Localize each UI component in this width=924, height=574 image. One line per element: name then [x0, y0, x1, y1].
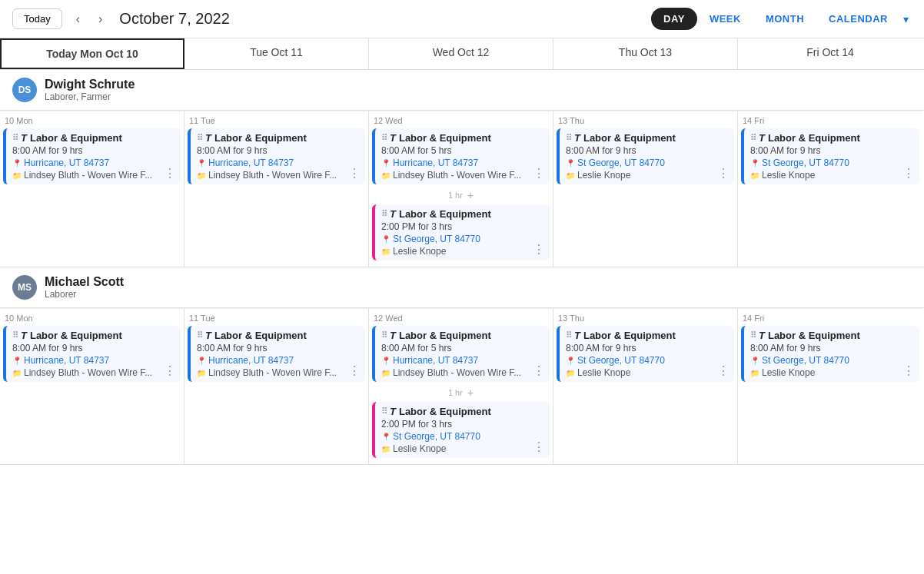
drag-icon: ⠿ — [750, 330, 756, 340]
event-project-1-4-0: 📁 Leslie Knope — [750, 367, 913, 378]
event-location-1-3-0[interactable]: 📍 St George, UT 84770 — [566, 355, 728, 366]
event-location-1-0-0[interactable]: 📍 Hurricane, UT 84737 — [12, 355, 174, 366]
location-text-0-2-0: Hurricane, UT 84737 — [393, 158, 478, 168]
more-button-0-1-0[interactable]: ⋮ — [347, 166, 362, 181]
event-location-0-1-0[interactable]: 📍 Hurricane, UT 84737 — [197, 158, 359, 168]
tab-calendar[interactable]: CALENDAR — [816, 8, 900, 30]
event-project-1-1-0: 📁 Lindsey Bluth - Woven Wire F... — [197, 367, 359, 378]
next-nav-button[interactable]: › — [94, 9, 107, 29]
tab-week[interactable]: WEEK — [697, 8, 753, 30]
event-location-1-1-0[interactable]: 📍 Hurricane, UT 84737 — [197, 355, 359, 366]
event-card-0-3-0[interactable]: ⠿ T Labor & Equipment 8:00 AM for 9 hrs … — [557, 128, 734, 184]
cell-day-label-1-1: 11 Tue — [188, 312, 365, 326]
event-card-0-0-0[interactable]: ⠿ T Labor & Equipment 8:00 AM for 9 hrs … — [3, 128, 181, 184]
type-icon: T — [205, 330, 211, 341]
event-location-0-4-0[interactable]: 📍 St George, UT 84770 — [750, 158, 913, 168]
today-button[interactable]: Today — [12, 8, 62, 29]
pin-icon: 📍 — [566, 159, 575, 168]
view-dropdown-button[interactable]: ▾ — [900, 10, 912, 28]
cal-cell-0-2: 12 Wed ⠿ T Labor & Equipment 8:00 AM for… — [369, 111, 553, 267]
day-header-thu[interactable]: Thu Oct 13 — [553, 38, 738, 69]
cal-grid-1: 10 Mon ⠿ T Labor & Equipment 8:00 AM for… — [0, 308, 924, 464]
more-button-0-0-0[interactable]: ⋮ — [162, 166, 178, 181]
event-time-1-2-0: 8:00 AM for 5 hrs — [381, 343, 543, 353]
pin-icon: 📍 — [566, 357, 575, 365]
type-icon: T — [574, 132, 580, 144]
project-text-1-3-0: Leslie Knope — [577, 367, 630, 378]
more-button-0-2-x0[interactable]: ⋮ — [531, 242, 547, 257]
event-time-0-1-0: 8:00 AM for 9 hrs — [197, 145, 359, 156]
event-title-1-4-0: ⠿ T Labor & Equipment — [750, 330, 913, 341]
event-card-1-2-0[interactable]: ⠿ T Labor & Equipment 8:00 AM for 5 hrs … — [372, 326, 550, 382]
event-card-1-3-0[interactable]: ⠿ T Labor & Equipment 8:00 AM for 9 hrs … — [557, 326, 734, 382]
more-button-0-2-0[interactable]: ⋮ — [531, 166, 547, 181]
more-button-0-4-0[interactable]: ⋮ — [901, 166, 916, 181]
more-button-1-1-0[interactable]: ⋮ — [347, 363, 362, 378]
more-button-1-2-x0[interactable]: ⋮ — [531, 440, 547, 454]
event-title-text-1-1-0: Labor & Equipment — [214, 330, 307, 341]
event-location-0-0-0[interactable]: 📍 Hurricane, UT 84737 — [12, 158, 174, 168]
folder-icon: 📁 — [197, 369, 206, 377]
more-button-1-2-0[interactable]: ⋮ — [531, 363, 547, 378]
event-project-0-3-0: 📁 Leslie Knope — [566, 170, 728, 181]
header-date: October 7, 2022 — [119, 10, 642, 28]
event-card-1-2-x0[interactable]: ⠿ T Labor & Equipment 2:00 PM for 3 hrs … — [372, 402, 550, 458]
prev-nav-button[interactable]: ‹ — [71, 9, 85, 29]
event-card-1-1-0[interactable]: ⠿ T Labor & Equipment 8:00 AM for 9 hrs … — [188, 326, 365, 382]
project-text-0-3-0: Leslie Knope — [577, 170, 630, 181]
event-project-0-1-0: 📁 Lindsey Bluth - Woven Wire F... — [197, 170, 359, 181]
event-location-0-3-0[interactable]: 📍 St George, UT 84770 — [566, 158, 728, 168]
event-project-0-2-x0: 📁 Leslie Knope — [381, 246, 543, 257]
tab-month[interactable]: MONTH — [753, 8, 816, 30]
event-location-1-4-0[interactable]: 📍 St George, UT 84770 — [750, 355, 913, 366]
calendar-header: Today ‹ › October 7, 2022 DAY WEEK MONTH… — [0, 0, 924, 38]
type-icon: T — [759, 330, 765, 341]
folder-icon: 📁 — [381, 171, 391, 180]
add-event-button-0-2[interactable]: + — [467, 189, 474, 201]
event-title-1-2-0: ⠿ T Labor & Equipment — [381, 330, 543, 341]
day-header-wed[interactable]: Wed Oct 12 — [369, 38, 553, 69]
cal-cell-1-2: 12 Wed ⠿ T Labor & Equipment 8:00 AM for… — [369, 308, 553, 464]
location-text-1-1-0: Hurricane, UT 84737 — [208, 355, 294, 366]
person-section-0: DS Dwight Schrute Laborer, Farmer 10 Mon… — [0, 70, 924, 267]
event-card-1-4-0[interactable]: ⠿ T Labor & Equipment 8:00 AM for 9 hrs … — [741, 326, 919, 382]
event-title-text-1-2-0: Labor & Equipment — [399, 330, 491, 341]
cal-cell-1-1: 11 Tue ⠿ T Labor & Equipment 8:00 AM for… — [184, 308, 369, 464]
event-location-0-2-x0[interactable]: 📍 St George, UT 84770 — [381, 234, 543, 244]
cell-day-label-1-0: 10 Mon — [3, 312, 181, 326]
cell-day-label-0-2: 12 Wed — [372, 114, 550, 128]
more-button-0-3-0[interactable]: ⋮ — [716, 166, 731, 181]
event-title-0-4-0: ⠿ T Labor & Equipment — [750, 132, 913, 144]
event-location-1-2-x0[interactable]: 📍 St George, UT 84770 — [381, 431, 543, 442]
location-text-0-1-0: Hurricane, UT 84737 — [208, 158, 294, 168]
event-card-0-2-x0[interactable]: ⠿ T Labor & Equipment 2:00 PM for 3 hrs … — [372, 204, 550, 260]
project-text-1-1-0: Lindsey Bluth - Woven Wire F... — [208, 367, 337, 378]
cell-day-label-0-1: 11 Tue — [188, 114, 365, 128]
folder-icon: 📁 — [381, 247, 391, 256]
folder-icon: 📁 — [750, 171, 759, 180]
folder-icon: 📁 — [12, 171, 22, 180]
event-time-0-2-0: 8:00 AM for 5 hrs — [381, 145, 543, 156]
event-card-1-0-0[interactable]: ⠿ T Labor & Equipment 8:00 AM for 9 hrs … — [3, 326, 181, 382]
cell-day-label-0-3: 13 Thu — [557, 114, 734, 128]
event-location-1-2-0[interactable]: 📍 Hurricane, UT 84737 — [381, 355, 543, 366]
event-card-0-1-0[interactable]: ⠿ T Labor & Equipment 8:00 AM for 9 hrs … — [188, 128, 365, 184]
more-button-1-3-0[interactable]: ⋮ — [716, 363, 731, 378]
event-card-0-2-0[interactable]: ⠿ T Labor & Equipment 8:00 AM for 5 hrs … — [372, 128, 550, 184]
tab-day[interactable]: DAY — [651, 8, 697, 30]
pin-icon: 📍 — [381, 159, 391, 168]
day-header-tue[interactable]: Tue Oct 11 — [184, 38, 369, 69]
add-event-button-1-2[interactable]: + — [467, 387, 474, 399]
avatar-1: MS — [12, 275, 37, 300]
persons-container: DS Dwight Schrute Laborer, Farmer 10 Mon… — [0, 70, 924, 465]
more-button-1-0-0[interactable]: ⋮ — [162, 363, 178, 378]
day-header-mon[interactable]: Today Mon Oct 10 — [0, 38, 184, 69]
pin-icon: 📍 — [750, 357, 759, 365]
event-time-0-0-0: 8:00 AM for 9 hrs — [12, 145, 174, 156]
location-text-0-0-0: Hurricane, UT 84737 — [24, 158, 109, 168]
event-card-0-4-0[interactable]: ⠿ T Labor & Equipment 8:00 AM for 9 hrs … — [741, 128, 919, 184]
day-header-fri[interactable]: Fri Oct 14 — [738, 38, 922, 69]
view-tabs: DAY WEEK MONTH CALENDAR ▾ — [651, 8, 912, 30]
more-button-1-4-0[interactable]: ⋮ — [901, 363, 916, 378]
event-location-0-2-0[interactable]: 📍 Hurricane, UT 84737 — [381, 158, 543, 168]
